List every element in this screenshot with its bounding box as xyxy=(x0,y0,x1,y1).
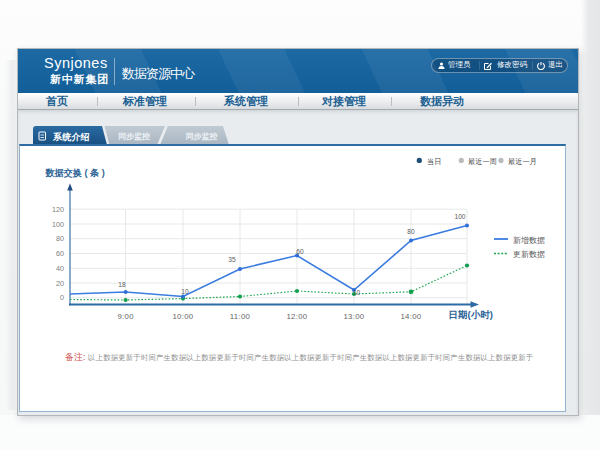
svg-text:11:00: 11:00 xyxy=(230,312,251,321)
svg-text:13:00: 13:00 xyxy=(343,312,364,321)
svg-text:10: 10 xyxy=(353,289,361,296)
svg-text:最近一月: 最近一月 xyxy=(508,157,537,166)
svg-text:12:00: 12:00 xyxy=(286,312,307,321)
svg-text:日期(小时): 日期(小时) xyxy=(449,309,493,320)
svg-text:60: 60 xyxy=(296,248,304,255)
svg-text:35: 35 xyxy=(228,256,236,263)
svg-text:更新数据: 更新数据 xyxy=(513,250,545,259)
svg-text:100: 100 xyxy=(454,213,465,220)
svg-text:60: 60 xyxy=(56,249,64,258)
svg-text:10:00: 10:00 xyxy=(172,312,193,321)
svg-text:最近一周: 最近一周 xyxy=(468,157,497,166)
svg-text:备注: 以上数据更新于时间产生数据以上数据更新于时间产生数据: 备注: 以上数据更新于时间产生数据以上数据更新于时间产生数据以上数据更新于时间产… xyxy=(65,352,533,362)
svg-text:80: 80 xyxy=(56,234,64,243)
svg-text:18: 18 xyxy=(118,281,126,288)
svg-text:120: 120 xyxy=(52,205,64,214)
svg-text:同步监控: 同步监控 xyxy=(186,132,218,141)
svg-text:新增数据: 新增数据 xyxy=(513,236,545,245)
svg-text:14:00: 14:00 xyxy=(400,312,421,321)
svg-text:20: 20 xyxy=(56,279,64,288)
svg-text:数据交换 ( 条 ): 数据交换 ( 条 ) xyxy=(45,168,105,178)
svg-text:100: 100 xyxy=(52,220,64,229)
svg-text:系统介绍: 系统介绍 xyxy=(52,132,90,142)
svg-text:当日: 当日 xyxy=(427,157,441,166)
svg-text:10: 10 xyxy=(181,288,189,295)
svg-text:同步监控: 同步监控 xyxy=(118,132,150,141)
svg-text:9:00: 9:00 xyxy=(117,312,134,321)
svg-text:40: 40 xyxy=(56,264,64,273)
svg-text:0: 0 xyxy=(60,293,64,302)
svg-text:80: 80 xyxy=(407,228,415,235)
